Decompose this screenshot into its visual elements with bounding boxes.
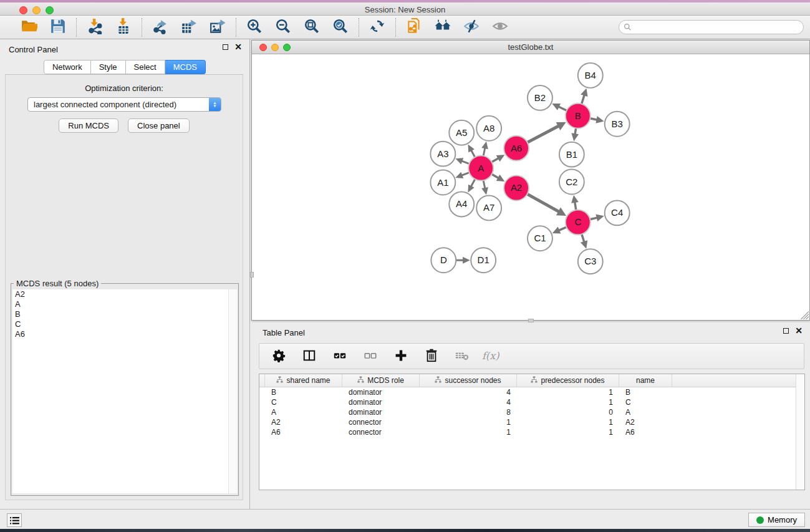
- table-cell[interactable]: A: [619, 407, 672, 417]
- open-session-button[interactable]: [20, 18, 39, 37]
- criterion-dropdown[interactable]: largest connected component (directed) ▲…: [27, 97, 221, 112]
- result-item[interactable]: C: [12, 319, 228, 329]
- graph-edge-B-B1[interactable]: [575, 128, 576, 134]
- show-column-button[interactable]: [301, 348, 317, 364]
- deselect-all-button[interactable]: [362, 348, 378, 364]
- graph-edge-B-B4[interactable]: [582, 95, 585, 104]
- table-cell[interactable]: 1: [517, 427, 619, 437]
- export-network-button[interactable]: [151, 18, 170, 37]
- table-cell[interactable]: connector: [342, 427, 420, 437]
- network-canvas[interactable]: B4B2BB3A8A5A6A3B1AC2A1A2A4A7C4CC1C3DD1: [252, 55, 809, 320]
- search-box[interactable]: [619, 20, 804, 34]
- save-session-button[interactable]: [49, 18, 67, 37]
- tab-select[interactable]: Select: [126, 60, 165, 74]
- table-cell[interactable]: A2: [265, 417, 342, 427]
- table-row[interactable]: A2connector11A2: [259, 417, 804, 427]
- network-from-selection-button[interactable]: [405, 18, 423, 37]
- table-cell[interactable]: C: [619, 397, 672, 407]
- table-cell[interactable]: B: [265, 387, 342, 397]
- table-cell[interactable]: 4: [420, 387, 517, 397]
- table-cell[interactable]: 8: [420, 407, 517, 417]
- tab-style[interactable]: Style: [91, 60, 126, 74]
- table-cell[interactable]: 0: [517, 407, 619, 417]
- table-cell[interactable]: dominator: [342, 397, 420, 407]
- table-cell[interactable]: C: [265, 397, 342, 407]
- zoom-out-button[interactable]: [274, 18, 292, 37]
- zoom-in-button[interactable]: [245, 18, 264, 37]
- import-table-button[interactable]: [114, 18, 133, 37]
- tab-mcds[interactable]: MCDS: [165, 60, 206, 74]
- graph-edge-A6-B[interactable]: [528, 126, 559, 143]
- table-cell[interactable]: A2: [619, 417, 672, 427]
- search-input[interactable]: [634, 22, 803, 33]
- zoom-selected-button[interactable]: [331, 18, 350, 37]
- table-cell[interactable]: 1: [420, 427, 517, 437]
- column-header-shared-name[interactable]: shared name: [265, 374, 342, 387]
- table-cell[interactable]: B: [619, 387, 672, 397]
- hide-graphics-details-button[interactable]: [462, 18, 481, 37]
- add-column-button[interactable]: [393, 348, 409, 364]
- graph-edge-A-A4[interactable]: [471, 179, 475, 186]
- close-panel-icon[interactable]: ✕: [234, 44, 242, 50]
- apply-layout-button[interactable]: [368, 18, 387, 37]
- graph-edge-C-C1[interactable]: [559, 227, 567, 230]
- result-item[interactable]: B: [12, 309, 228, 319]
- table-row[interactable]: Adominator80A: [259, 407, 804, 417]
- export-image-button[interactable]: [208, 18, 227, 37]
- close-table-panel-icon[interactable]: ✕: [795, 327, 803, 334]
- column-header-predecessor-nodes[interactable]: predecessor nodes: [517, 374, 619, 387]
- tab-network[interactable]: Network: [44, 60, 91, 74]
- table-row[interactable]: A6connector11A6: [259, 427, 804, 437]
- table-cell[interactable]: A6: [619, 427, 672, 437]
- table-settings-button[interactable]: [271, 348, 287, 364]
- column-header-name[interactable]: name: [619, 374, 672, 387]
- table-cell[interactable]: dominator: [342, 387, 420, 397]
- table-cell[interactable]: 1: [517, 387, 619, 397]
- split-divider-knob-horizontal[interactable]: [528, 319, 534, 322]
- graph-edge-A-A5[interactable]: [471, 150, 475, 157]
- graph-edge-A-A3[interactable]: [461, 161, 470, 164]
- table-cell[interactable]: dominator: [342, 407, 420, 417]
- graph-edge-A-A1[interactable]: [461, 173, 470, 176]
- close-panel-button[interactable]: Close panel: [128, 118, 190, 133]
- table-cell[interactable]: A6: [265, 427, 342, 437]
- graph-edge-A2-C[interactable]: [527, 194, 559, 211]
- network-window-titlebar[interactable]: testGlobe.txt: [252, 41, 809, 54]
- graph-edge-C-C3[interactable]: [582, 234, 584, 242]
- task-history-button[interactable]: [7, 513, 22, 527]
- table-cell[interactable]: 1: [517, 417, 619, 427]
- import-network-button[interactable]: [85, 18, 104, 37]
- graph-edge-A-A2[interactable]: [492, 174, 499, 178]
- result-item[interactable]: A2: [12, 289, 228, 299]
- overview-home-button[interactable]: [433, 18, 452, 37]
- table-cell[interactable]: connector: [342, 417, 420, 427]
- table-row[interactable]: Bdominator41B: [259, 387, 804, 397]
- float-table-panel-icon[interactable]: [783, 328, 789, 334]
- resize-grip-icon[interactable]: [801, 311, 809, 319]
- result-item[interactable]: A6: [12, 329, 228, 339]
- column-header-MCDS-role[interactable]: MCDS role: [342, 374, 420, 387]
- zoom-fit-button[interactable]: [302, 18, 321, 37]
- float-panel-icon[interactable]: [223, 44, 228, 50]
- graph-edge-C-C2[interactable]: [575, 201, 576, 210]
- table-cell[interactable]: 1: [517, 397, 619, 407]
- graph-edge-A-A8[interactable]: [483, 148, 485, 156]
- graph-edge-B-B2[interactable]: [558, 107, 567, 110]
- graph-edge-C-C4[interactable]: [590, 218, 597, 220]
- table-row[interactable]: Cdominator41C: [259, 397, 804, 407]
- delete-column-button[interactable]: [423, 348, 440, 364]
- split-divider-knob[interactable]: [250, 272, 254, 278]
- column-header-successor-nodes[interactable]: successor nodes: [420, 374, 517, 387]
- show-graphics-details-button[interactable]: [491, 18, 509, 37]
- table-scrollbar[interactable]: [796, 374, 804, 490]
- table-cell[interactable]: 4: [420, 397, 517, 407]
- run-mcds-button[interactable]: Run MCDS: [59, 118, 118, 133]
- result-item[interactable]: A: [12, 299, 228, 309]
- graph-edge-B-B3[interactable]: [590, 118, 597, 120]
- memory-button[interactable]: Memory: [748, 513, 805, 527]
- export-table-button[interactable]: [180, 18, 198, 37]
- table-cell[interactable]: A: [265, 407, 342, 417]
- graph-edge-A-A7[interactable]: [483, 180, 485, 188]
- mcds-result-list[interactable]: A2ABCA6: [12, 289, 228, 493]
- graph-edge-A-A6[interactable]: [492, 158, 499, 162]
